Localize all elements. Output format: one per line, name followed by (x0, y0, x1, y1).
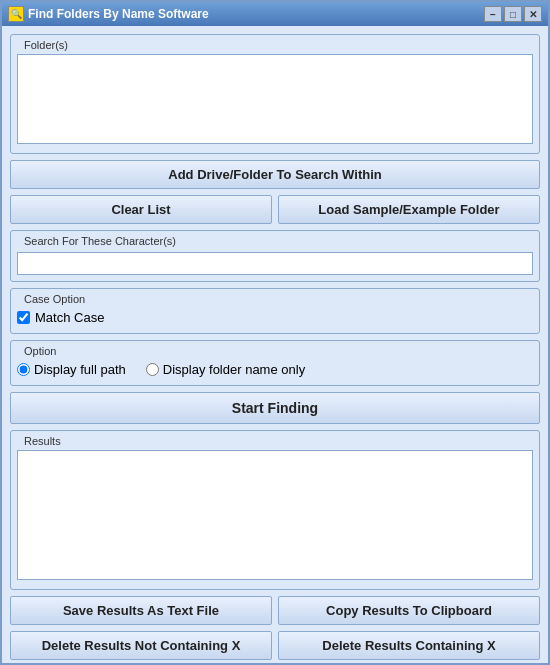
title-bar-left: 🔍 Find Folders By Name Software (8, 6, 209, 22)
folders-label: Folder(s) (21, 39, 71, 51)
results-label: Results (21, 435, 64, 447)
load-sample-button[interactable]: Load Sample/Example Folder (278, 195, 540, 224)
title-controls: − □ ✕ (484, 6, 542, 22)
delete-not-containing-button[interactable]: Delete Results Not Containing X (10, 631, 272, 660)
save-results-button[interactable]: Save Results As Text File (10, 596, 272, 625)
option-fieldset: Option Display full path Display folder … (10, 340, 540, 386)
folders-fieldset: Folder(s) (10, 34, 540, 154)
clear-load-row: Clear List Load Sample/Example Folder (10, 195, 540, 224)
match-case-label: Match Case (35, 310, 104, 325)
case-label: Case Option (21, 293, 88, 305)
content-area: Folder(s) Add Drive/Folder To Search Wit… (2, 26, 548, 665)
clear-list-button[interactable]: Clear List (10, 195, 272, 224)
full-path-radio[interactable] (17, 363, 30, 376)
folders-textarea[interactable] (17, 54, 533, 144)
add-drive-button[interactable]: Add Drive/Folder To Search Within (10, 160, 540, 189)
results-textarea[interactable] (17, 450, 533, 580)
match-case-row: Match Case (17, 308, 533, 327)
delete-row: Delete Results Not Containing X Delete R… (10, 631, 540, 660)
display-option-row: Display full path Display folder name on… (17, 360, 533, 379)
folder-name-option: Display folder name only (146, 362, 305, 377)
case-fieldset: Case Option Match Case (10, 288, 540, 334)
copy-results-button[interactable]: Copy Results To Clipboard (278, 596, 540, 625)
maximize-button[interactable]: □ (504, 6, 522, 22)
folder-name-radio[interactable] (146, 363, 159, 376)
start-finding-button[interactable]: Start Finding (10, 392, 540, 424)
app-icon: 🔍 (8, 6, 24, 22)
minimize-button[interactable]: − (484, 6, 502, 22)
folder-name-label: Display folder name only (163, 362, 305, 377)
search-fieldset: Search For These Character(s) (10, 230, 540, 282)
search-label: Search For These Character(s) (21, 235, 179, 247)
main-window: 🔍 Find Folders By Name Software − □ ✕ Fo… (0, 0, 550, 665)
title-bar: 🔍 Find Folders By Name Software − □ ✕ (2, 2, 548, 26)
search-input[interactable] (17, 252, 533, 275)
close-button[interactable]: ✕ (524, 6, 542, 22)
full-path-label: Display full path (34, 362, 126, 377)
results-fieldset: Results (10, 430, 540, 590)
save-copy-row: Save Results As Text File Copy Results T… (10, 596, 540, 625)
window-title: Find Folders By Name Software (28, 7, 209, 21)
option-label: Option (21, 345, 59, 357)
delete-containing-button[interactable]: Delete Results Containing X (278, 631, 540, 660)
full-path-option: Display full path (17, 362, 126, 377)
match-case-checkbox[interactable] (17, 311, 30, 324)
